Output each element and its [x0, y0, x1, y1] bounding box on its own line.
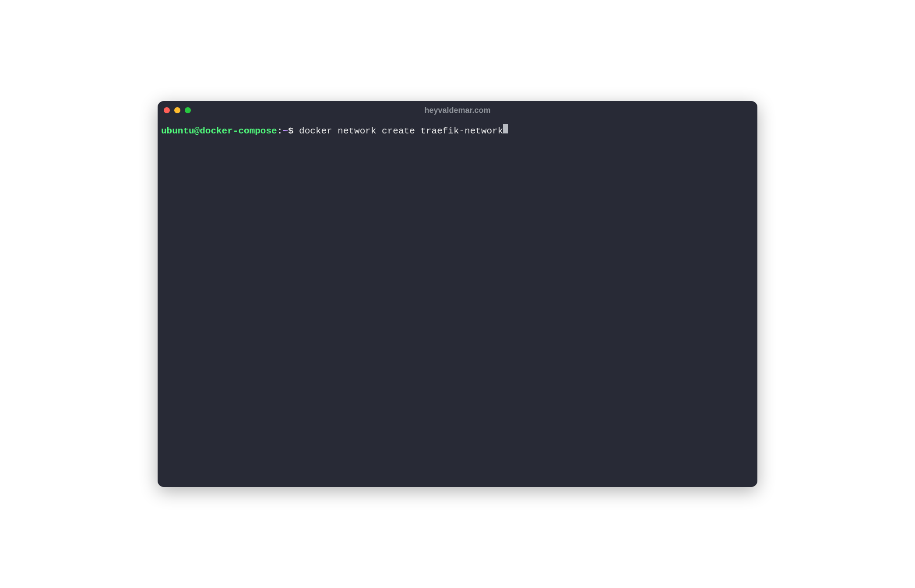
prompt-user-host: ubuntu@docker-compose	[161, 125, 277, 137]
minimize-icon[interactable]	[174, 107, 180, 113]
terminal-window: heyvaldemar.com ubuntu@docker-compose:~$…	[158, 101, 757, 487]
window-title: heyvaldemar.com	[424, 106, 490, 115]
prompt-path: ~	[282, 125, 288, 137]
prompt-symbol: $	[288, 125, 294, 137]
cursor-icon	[503, 124, 508, 133]
terminal-body[interactable]: ubuntu@docker-compose:~$ docker network …	[158, 119, 757, 487]
prompt-line: ubuntu@docker-compose:~$ docker network …	[161, 124, 754, 137]
prompt-separator: :	[277, 125, 283, 137]
close-icon[interactable]	[164, 107, 170, 113]
command-text: docker network create traefik-network	[293, 125, 503, 137]
titlebar: heyvaldemar.com	[158, 101, 757, 119]
traffic-lights	[164, 107, 191, 113]
maximize-icon[interactable]	[185, 107, 191, 113]
